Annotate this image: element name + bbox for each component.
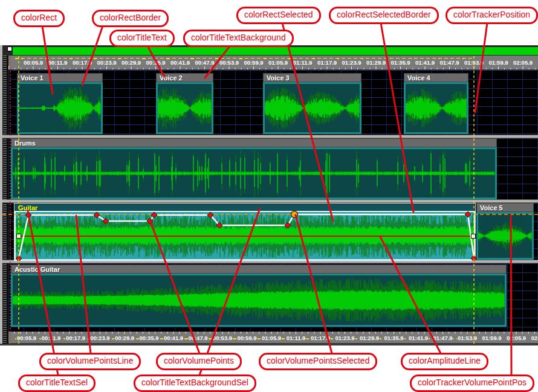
clip-body-acustic-guitar[interactable] (11, 274, 507, 327)
callout-colorTrackerVolumePointPos: colorTrackerVolumePointPos (410, 374, 534, 392)
clip-body-voice-3[interactable] (263, 82, 361, 134)
ruler-label: 01:41.9 (408, 334, 429, 342)
ruler-label: 01:41.9 (415, 59, 435, 66)
clip-title-voice-1[interactable]: Voice 1 (17, 73, 103, 82)
ruler-label: 01:17.9 (317, 59, 337, 66)
ruler-label: 01:35.9 (390, 59, 410, 66)
ruler-label: 00:53.9 (212, 334, 233, 342)
ruler-label: 00:23.9 (96, 59, 117, 66)
ruler-label: 01:29.9 (359, 334, 380, 342)
waveform-voice-3 (265, 84, 360, 132)
callout-colorTrackerPosition: colorTrackerPosition (446, 7, 538, 24)
ruler-label: 01:59.9 (488, 59, 508, 66)
clip-body-guitar[interactable] (15, 211, 475, 260)
callout-colorVolumePointsLine: colorVolumePointsLine (39, 353, 141, 370)
ruler-label: 00:17.9 (65, 334, 86, 342)
clip-title-acustic-guitar[interactable]: Acustic Guitar (11, 265, 507, 274)
ruler-label: 01:23.9 (334, 334, 355, 342)
clip-body-drums[interactable] (11, 147, 497, 199)
ruler-label: 01:59.9 (481, 334, 502, 342)
ruler-label: 00:05.9 (16, 334, 37, 342)
track-divider-1[interactable] (2, 199, 538, 203)
clip-body-voice-1[interactable] (17, 82, 103, 134)
ruler-label: 01:53.9 (464, 59, 484, 66)
clip-title-voice-5[interactable]: Voice 5 (476, 203, 534, 212)
ruler-label: 00:59.9 (243, 59, 264, 66)
ruler-label: 01:17.9 (310, 334, 331, 342)
ruler-label: 01:53.9 (457, 334, 478, 342)
timeline-ruler-bottom[interactable]: 00:05.900:11.900:17.900:23.900:29.900:35… (8, 332, 538, 344)
clip-body-voice-5[interactable] (476, 212, 534, 260)
ruler-label: 00:59.9 (236, 334, 257, 342)
ruler-label: 01:29.9 (366, 59, 386, 66)
callout-colorRectBorder: colorRectBorder (92, 10, 169, 27)
waveform-drums (13, 149, 495, 198)
clip-voice-3[interactable]: Voice 3 (263, 73, 361, 134)
ruler-label: 00:11.9 (41, 334, 62, 342)
clip-title-voice-2[interactable]: Voice 2 (156, 73, 213, 82)
clip-title-guitar[interactable]: Guitar (15, 204, 475, 211)
overview-handle[interactable] (7, 47, 12, 51)
clip-body-voice-2[interactable] (156, 82, 213, 134)
clip-voice-1[interactable]: Voice 1 (17, 73, 103, 134)
waveform-guitar (16, 212, 474, 259)
ruler-label: 02:05.9 (506, 334, 527, 342)
waveform-voice-4 (406, 84, 467, 132)
timeline-ruler-top[interactable]: 00:05.900:11.900:17.900:23.900:29.900:35… (8, 56, 538, 70)
clip-title-voice-4[interactable]: Voice 4 (404, 73, 468, 82)
ruler-label: 01:35.9 (383, 334, 404, 342)
clip-title-drums[interactable]: Drums (11, 138, 497, 147)
clip-voice-2[interactable]: Voice 2 (156, 73, 213, 134)
clip-body-voice-4[interactable] (404, 82, 468, 134)
waveform-acustic-guitar (13, 275, 505, 325)
clip-voice-5[interactable]: Voice 5 (476, 203, 534, 260)
ruler-label: 00:53.9 (219, 59, 239, 66)
waveform-voice-1 (19, 84, 101, 132)
callout-colorRectSelectedBorder: colorRectSelectedBorder (329, 7, 439, 24)
callout-colorTitleTextSel: colorTitleTextSel (18, 374, 96, 392)
callout-colorTitleTextBackgroundSel: colorTitleTextBackgroundSel (134, 374, 256, 392)
ruler-label: 01:11.9 (286, 334, 306, 342)
waveform-voice-5 (478, 214, 532, 258)
ruler-label: 01:05.9 (261, 334, 282, 342)
callout-colorTitleText: colorTitleText (109, 30, 175, 47)
ruler-label: 01:23.9 (341, 59, 361, 66)
callout-colorRect: colorRect (13, 10, 65, 27)
waveform-voice-2 (158, 84, 212, 132)
figure-canvas: 00:05.900:11.900:17.900:23.900:29.900:35… (0, 0, 538, 392)
ruler-label: 02:11.9 (531, 334, 538, 342)
ruler-label: 00:17.9 (72, 59, 92, 66)
clip-title-voice-3[interactable]: Voice 3 (263, 73, 361, 82)
clip-drums[interactable]: Drums (11, 138, 497, 199)
callout-colorVolumePointsSelected: colorVolumePointsSelected (259, 353, 377, 370)
clip-guitar[interactable]: Guitar (15, 204, 475, 260)
callout-colorTitleTextBackground: colorTitleTextBackground (183, 30, 294, 47)
ruler-label: 00:47.9 (187, 334, 208, 342)
callout-colorRectSelected: colorRectSelected (236, 7, 321, 24)
ruler-label: 00:47.9 (194, 59, 215, 66)
ruler-label: 00:05.9 (23, 59, 44, 66)
ruler-label: 01:11.9 (293, 59, 313, 66)
clip-voice-4[interactable]: Voice 4 (404, 73, 468, 134)
clip-acustic-guitar[interactable]: Acustic Guitar (11, 265, 507, 327)
ruler-label: 01:47.9 (432, 334, 453, 342)
overview-loaded-bar[interactable] (13, 47, 538, 56)
window-bottom-border (0, 344, 538, 345)
ruler-label: 00:35.9 (138, 334, 159, 342)
ruler-label: 00:35.9 (145, 59, 166, 66)
ruler-label: 00:23.9 (89, 334, 110, 342)
ruler-label: 00:41.9 (170, 59, 190, 66)
ruler-label: 00:11.9 (48, 59, 68, 66)
ruler-label: 00:29.9 (114, 334, 135, 342)
ruler-label: 00:29.9 (121, 59, 141, 66)
ruler-label: 02:05.9 (513, 59, 533, 66)
callout-colorAmplitudeLine: colorAmplitudeLine (401, 353, 488, 370)
callout-colorVolumePoints: colorVolumePoints (156, 353, 242, 370)
ruler-label: 01:47.9 (439, 59, 459, 66)
ruler-label: 00:41.9 (163, 334, 184, 342)
ruler-label: 01:05.9 (268, 59, 288, 66)
